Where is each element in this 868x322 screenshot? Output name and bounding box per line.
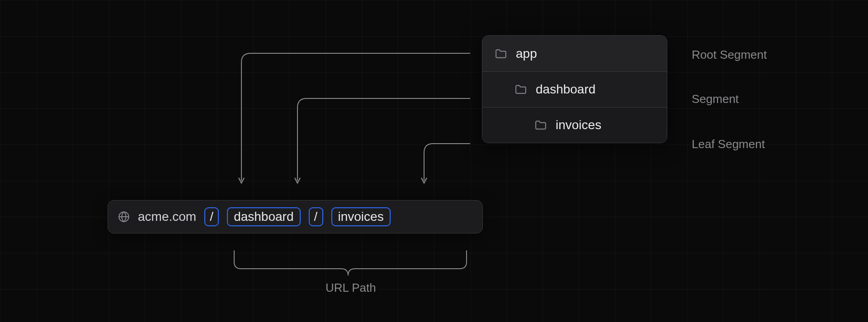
annotation-root-segment: Root Segment xyxy=(692,48,767,62)
annotation-segment: Segment xyxy=(692,92,739,106)
url-bar: acme.com / dashboard / invoices xyxy=(108,200,483,233)
tree-row-segment: dashboard xyxy=(482,71,667,107)
folder-icon xyxy=(535,120,547,130)
folder-icon xyxy=(495,49,507,59)
tree-row-label: invoices xyxy=(556,118,601,132)
url-domain: acme.com xyxy=(138,210,196,224)
tree-row-root: app xyxy=(482,36,667,71)
annotation-leaf-segment: Leaf Segment xyxy=(692,137,765,151)
folder-tree-panel: app dashboard invoices xyxy=(482,35,667,143)
url-segment-invoices: invoices xyxy=(331,207,391,226)
url-segment-slash: / xyxy=(309,207,323,226)
url-segment-slash: / xyxy=(204,207,219,226)
url-segment-dashboard: dashboard xyxy=(227,207,300,226)
url-path-label: URL Path xyxy=(326,281,376,295)
globe-icon xyxy=(118,211,130,223)
tree-row-leaf: invoices xyxy=(482,107,667,143)
folder-icon xyxy=(515,84,527,94)
tree-row-label: app xyxy=(516,47,537,61)
tree-row-label: dashboard xyxy=(536,82,595,97)
